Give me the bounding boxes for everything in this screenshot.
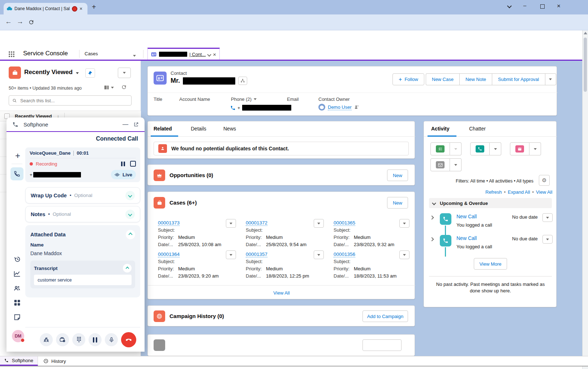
notes-expand-icon[interactable] xyxy=(125,210,135,219)
expand-all-link[interactable]: Expand All xyxy=(508,189,530,195)
cases-new-button[interactable]: New xyxy=(387,197,408,209)
tab-close-icon[interactable]: × xyxy=(80,6,82,12)
submit-for-approval-button[interactable]: Submit for Approval xyxy=(492,73,545,85)
change-owner-icon[interactable] xyxy=(354,105,359,110)
more-actions-dropdown-button[interactable] xyxy=(545,73,556,85)
wrap-up-code-section[interactable]: Wrap Up Code • Optional xyxy=(25,187,140,203)
timeline-item-title[interactable]: New Call xyxy=(456,235,477,241)
forward-icon[interactable]: → xyxy=(17,18,23,26)
window-close-icon[interactable]: × xyxy=(557,3,561,10)
opportunities-new-button[interactable]: New xyxy=(387,170,408,181)
nav-item-cases[interactable]: Cases xyxy=(85,51,98,56)
back-icon[interactable]: ← xyxy=(5,18,12,26)
rail-call-tab[interactable] xyxy=(10,167,23,180)
tab-related[interactable]: Related xyxy=(154,126,172,132)
case-number-link[interactable]: 00001373 xyxy=(158,220,180,226)
case-row-menu-button[interactable] xyxy=(314,219,324,228)
case-row-menu-button[interactable] xyxy=(314,250,324,259)
campaign-title[interactable]: Campaign History (0) xyxy=(169,313,224,319)
browser-tab[interactable]: Dane Maddox | Contact | Sal × xyxy=(4,3,87,14)
stop-recording-icon[interactable] xyxy=(130,161,136,167)
window-minimize-icon[interactable]: – xyxy=(523,2,526,8)
rail-contacts-icon[interactable] xyxy=(13,284,21,292)
log-call-button[interactable] xyxy=(470,142,490,155)
workspace-tab-label[interactable]: | Cont... xyxy=(189,52,206,57)
hold-call-button[interactable] xyxy=(89,333,102,346)
tab-details[interactable]: Details xyxy=(191,126,206,132)
mute-mic-button[interactable] xyxy=(105,333,118,346)
timeline-item-menu-button[interactable] xyxy=(542,235,553,244)
cases-title[interactable]: Cases (6+) xyxy=(169,199,197,206)
list-actions-dropdown-button[interactable] xyxy=(118,68,131,78)
case-row-menu-button[interactable] xyxy=(399,250,409,259)
activity-filters-text[interactable]: Filters: All time • All activities • All… xyxy=(456,179,533,184)
section-collapse-icon[interactable] xyxy=(432,201,436,205)
timeline-item-menu-button[interactable] xyxy=(542,213,553,222)
app-name[interactable]: Service Console xyxy=(23,50,68,57)
agent-avatar[interactable]: DM xyxy=(12,330,24,342)
timeline-item-title[interactable]: New Call xyxy=(456,214,477,219)
upcoming-overdue-header[interactable]: Upcoming & Overdue xyxy=(429,198,552,208)
rail-notes-icon[interactable] xyxy=(13,313,21,321)
pause-recording-icon[interactable] xyxy=(121,162,125,166)
new-tab-button[interactable]: + xyxy=(92,3,96,11)
list-search-input[interactable] xyxy=(20,98,128,104)
new-task-dropdown-button[interactable] xyxy=(450,142,462,155)
softphone-add-button[interactable]: + xyxy=(15,151,20,161)
workspace-tab-close-icon[interactable]: × xyxy=(213,51,216,57)
transcript-collapse-icon[interactable] xyxy=(123,264,132,273)
new-event-dropdown-button[interactable] xyxy=(529,142,541,155)
view-all-link[interactable]: View All xyxy=(536,189,552,195)
rail-analytics-icon[interactable] xyxy=(13,270,21,278)
contact-owner-value[interactable]: Demo User xyxy=(318,104,359,111)
scrollbar-thumb[interactable] xyxy=(584,38,587,92)
expand-item-icon[interactable] xyxy=(430,237,434,241)
utility-history-tab[interactable]: History xyxy=(38,356,71,366)
case-number-link[interactable]: 00001356 xyxy=(334,252,355,257)
notes-section[interactable]: Notes • Optional xyxy=(25,206,140,222)
rail-history-icon[interactable] xyxy=(13,256,21,263)
list-view-title[interactable]: Recently Viewed xyxy=(24,69,79,76)
phone-value[interactable]: + xyxy=(230,105,291,111)
tab-news[interactable]: News xyxy=(223,126,236,132)
owner-name-link[interactable]: Demo User xyxy=(328,104,352,110)
window-maximize-icon[interactable] xyxy=(540,4,545,9)
refresh-link[interactable]: Refresh xyxy=(485,189,502,195)
log-call-dropdown-button[interactable] xyxy=(490,142,501,155)
wrap-up-expand-icon[interactable] xyxy=(125,191,135,200)
case-row-menu-button[interactable] xyxy=(399,219,409,228)
rail-apps-grid-icon[interactable] xyxy=(13,299,21,306)
app-launcher-icon[interactable] xyxy=(9,51,14,57)
list-refresh-icon[interactable] xyxy=(121,84,127,90)
activity-settings-button[interactable]: ⚙ xyxy=(539,175,550,186)
attached-data-collapse-icon[interactable] xyxy=(126,230,135,239)
case-number-link[interactable]: 00001372 xyxy=(246,220,267,226)
live-badge[interactable]: Live xyxy=(111,170,136,179)
transcript-value-box[interactable]: customer service xyxy=(34,275,132,285)
list-search-box[interactable] xyxy=(9,95,132,106)
list-view-selector-icon[interactable] xyxy=(76,70,79,75)
add-to-campaign-button[interactable]: Add to Campaign xyxy=(362,310,408,322)
window-tabsearch-icon[interactable] xyxy=(507,4,512,8)
cases-view-all-link[interactable]: View All xyxy=(273,290,289,296)
case-number-link[interactable]: 00001357 xyxy=(246,252,267,257)
voicemail-drop-button[interactable] xyxy=(56,333,69,346)
case-number-link[interactable]: 00001365 xyxy=(334,220,355,226)
workspace-tab-dropdown-icon[interactable] xyxy=(208,52,211,57)
workspace-tab-contact[interactable]: | Cont... × xyxy=(147,48,220,60)
expand-item-icon[interactable] xyxy=(430,215,434,219)
field-label-phone[interactable]: Phone (2) xyxy=(231,96,257,102)
end-call-button[interactable] xyxy=(121,332,136,347)
display-as-icon[interactable] xyxy=(104,85,114,90)
scrollbar-up-arrow-icon[interactable] xyxy=(584,32,587,34)
view-more-button[interactable]: View More xyxy=(474,258,507,270)
dialpad-button[interactable] xyxy=(72,333,85,346)
utility-softphone-tab[interactable]: Softphone xyxy=(0,356,38,366)
follow-button[interactable]: + Follow xyxy=(392,73,424,85)
softphone-title-bar[interactable]: Softphone — xyxy=(7,117,145,132)
new-event-button[interactable] xyxy=(510,142,529,155)
softphone-minimize-icon[interactable]: — xyxy=(123,121,128,128)
email-dropdown-button[interactable] xyxy=(450,158,462,171)
pin-list-button[interactable] xyxy=(85,68,95,78)
tab-activity[interactable]: Activity xyxy=(431,126,450,132)
